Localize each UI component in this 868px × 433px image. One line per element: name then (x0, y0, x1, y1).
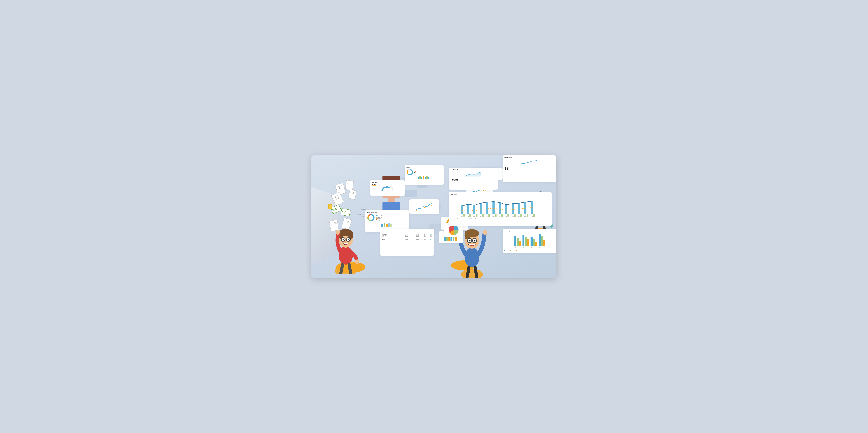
svg-rect-119 (517, 238, 519, 247)
small-card-1 (409, 199, 439, 214)
svg-point-45 (345, 241, 347, 243)
table-row: Gross Profit 1,500,000 1,400,000 107.1 4… (382, 235, 432, 236)
sales-bar-chart (406, 176, 442, 179)
svg-rect-68 (524, 202, 526, 214)
table-row: Total Revenue 3,000,000 2,800,000 107.1 … (382, 234, 432, 235)
ebitda-gauge (372, 186, 403, 191)
legend-actuals: Actuals (506, 250, 508, 251)
svg-rect-127 (539, 234, 541, 246)
svg-point-31 (335, 265, 357, 274)
svg-text:Sep: Sep (512, 215, 514, 217)
svg-point-46 (336, 230, 340, 235)
cashflow-title: Cash Flow (451, 193, 550, 195)
svg-rect-125 (533, 239, 535, 247)
svg-rect-105 (425, 177, 426, 179)
svg-rect-120 (519, 241, 521, 246)
sales-store-title: Sales by Store (504, 230, 555, 232)
legend-variance: Variance (517, 250, 520, 251)
svg-rect-102 (419, 176, 421, 179)
svg-rect-121 (522, 235, 525, 247)
headcount-trend-chart (504, 160, 555, 165)
cashflow-chart: Jan Feb Mar Apr May Jun Jul Aug Sep Oct … (451, 197, 550, 217)
svg-rect-77 (507, 214, 509, 216)
legend-total-cashflow: Total Cash Flow (471, 218, 477, 219)
ebitda-sub: 540 979 (372, 185, 403, 186)
svg-rect-128 (541, 236, 543, 247)
svg-rect-116 (388, 223, 390, 227)
svg-rect-107 (428, 177, 429, 179)
summary-donut (367, 214, 375, 222)
svg-rect-76 (501, 214, 503, 217)
sales-pos-value: 665 (414, 172, 417, 174)
headcount-title: Headcount (504, 157, 555, 158)
available-cash-chart (451, 171, 496, 177)
svg-text:Dec: Dec (531, 215, 533, 217)
svg-text:Jul: Jul (499, 215, 500, 217)
svg-text:Store B: Store B (523, 247, 526, 248)
cashflow-card: Cash Flow $M (449, 192, 552, 226)
income-statement-card: Income Statement Item Actual Budget % Va… (380, 229, 434, 256)
svg-rect-123 (527, 239, 529, 247)
legend-investments: Investments (459, 218, 463, 219)
cashflow-legend: Operations Investments Loan Total Cash F… (451, 218, 550, 219)
legend-operations: Operations (452, 218, 456, 219)
sales-store-chart: Store A Store B Store C Store D (504, 232, 555, 249)
svg-rect-80 (527, 214, 528, 217)
svg-rect-62 (486, 202, 488, 214)
svg-rect-63 (492, 201, 495, 214)
sales-neg-value: -85 (414, 171, 417, 172)
available-cash-value: 4 475 568 (451, 179, 496, 181)
small-chart-1 (411, 201, 437, 213)
svg-text:Apr: Apr (480, 215, 482, 217)
svg-rect-106 (426, 176, 428, 179)
svg-rect-78 (514, 214, 516, 217)
svg-text:Nov: Nov (524, 215, 526, 217)
svg-rect-4 (345, 180, 354, 190)
svg-rect-79 (520, 214, 522, 217)
svg-rect-56 (388, 198, 395, 202)
svg-rect-114 (383, 223, 385, 227)
svg-text:Jun: Jun (492, 215, 494, 217)
svg-text:Jan: Jan (461, 215, 463, 217)
table-row: EBITDA 600,000 550,000 109.1 3.2% (382, 237, 432, 239)
svg-rect-118 (514, 236, 517, 247)
svg-point-175 (469, 240, 471, 241)
svg-text:Oct: Oct (518, 215, 520, 217)
svg-rect-12 (348, 190, 356, 200)
income-statement-title: Income Statement (382, 230, 432, 232)
svg-text:Store D: Store D (539, 247, 543, 248)
svg-text:May: May (486, 215, 488, 217)
svg-rect-60 (473, 205, 475, 214)
svg-rect-65 (505, 204, 507, 214)
ebitda-value: 30 k$ (372, 183, 403, 185)
svg-rect-73 (482, 214, 484, 217)
svg-rect-75 (495, 214, 496, 217)
available-cash-card: Available Cash 4 475 568 (449, 168, 498, 190)
svg-text:Mar: Mar (473, 215, 475, 217)
table-row: Net Profit 400,000 380,000 105.3 1.8% (382, 239, 432, 240)
svg-rect-104 (423, 176, 424, 179)
svg-rect-81 (533, 214, 535, 217)
headcount-card: Headcount 13 (503, 155, 557, 182)
svg-rect-71 (469, 214, 471, 217)
svg-point-167 (461, 269, 483, 278)
sales-card: Sales -85 665 (405, 165, 444, 185)
svg-text:Aug: Aug (505, 215, 507, 217)
svg-rect-101 (417, 177, 419, 179)
svg-rect-103 (421, 177, 423, 179)
svg-rect-70 (463, 214, 465, 216)
sales-donut (406, 169, 413, 176)
svg-point-168 (465, 248, 479, 267)
ebitda-card: EBITDA 30 k$ 540 979 (370, 180, 405, 196)
summary-bar-chart (367, 222, 408, 228)
svg-rect-66 (512, 203, 514, 214)
svg-rect-64 (499, 202, 501, 214)
svg-rect-58 (461, 205, 463, 214)
ebitda-title: EBITDA (372, 181, 403, 183)
svg-text:Store A: Store A (515, 247, 518, 248)
svg-point-176 (474, 240, 476, 241)
svg-rect-129 (543, 240, 545, 247)
svg-text:Feb: Feb (467, 215, 469, 217)
svg-rect-7 (331, 192, 344, 206)
character-left (329, 207, 363, 274)
